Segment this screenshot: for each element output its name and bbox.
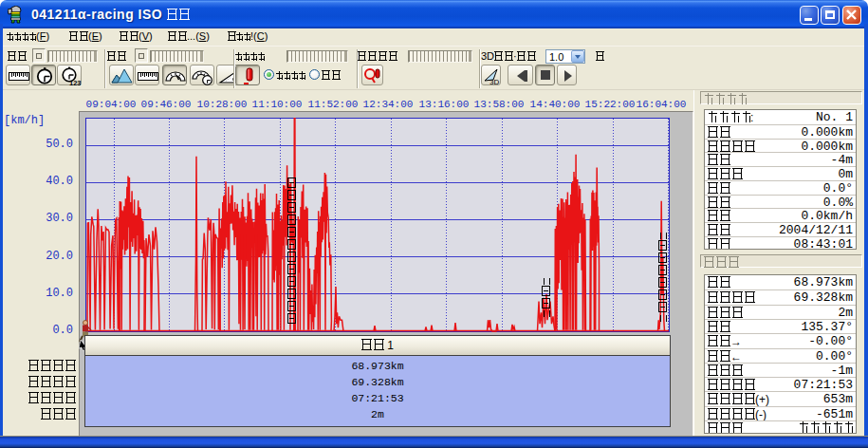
svg-text:3D: 3D bbox=[489, 78, 499, 86]
svg-text:123: 123 bbox=[69, 79, 82, 87]
